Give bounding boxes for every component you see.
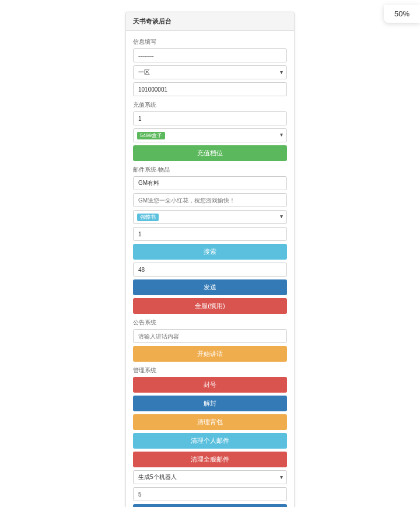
section-label-recharge: 充值系统 [133, 101, 287, 109]
exec-button[interactable]: 执行操作 [133, 504, 287, 507]
panel-title: 天书奇谈后台 [126, 12, 294, 31]
clear-bag-button[interactable]: 清理背包 [133, 414, 287, 430]
clear-all-mail-button[interactable]: 清理全服邮件 [133, 452, 287, 467]
section-label-mgmt: 管理系统 [133, 366, 287, 375]
robot-select[interactable]: 生成5个机器人 [133, 470, 287, 484]
recharge-button[interactable]: 充值档位 [133, 145, 287, 161]
section-label-info: 信息填写 [133, 38, 287, 46]
mail-qty-input[interactable] [133, 227, 287, 241]
notice-content-input[interactable] [133, 329, 287, 343]
panel-body: 信息填写 一区 充值系统 5499盒子 充值档位 邮件系统-物品 强弊书 [126, 31, 294, 507]
all-server-button[interactable]: 全服(慎用) [133, 298, 287, 314]
zone-select-value: 一区 [138, 68, 150, 76]
zoom-level-badge: 50% [384, 5, 420, 23]
mail-48-input[interactable] [133, 263, 287, 277]
robot-select-value: 生成5个机器人 [138, 473, 177, 481]
send-button[interactable]: 发送 [133, 279, 287, 295]
start-talk-button[interactable]: 开始讲话 [133, 346, 287, 362]
admin-panel: 天书奇谈后台 信息填写 一区 充值系统 5499盒子 充值档位 邮件系统-物品 [125, 12, 295, 507]
mail-item-badge: 强弊书 [137, 214, 159, 221]
info-mask-input[interactable] [133, 48, 287, 62]
unban-button[interactable]: 解封 [133, 396, 287, 411]
mail-title-input[interactable] [133, 176, 287, 190]
clear-personal-mail-button[interactable]: 清理个人邮件 [133, 433, 287, 449]
ban-button[interactable]: 封号 [133, 377, 287, 393]
recharge-channel-badge: 5499盒子 [137, 132, 165, 139]
search-button[interactable]: 搜索 [133, 244, 287, 260]
zone-select[interactable]: 一区 [133, 65, 287, 79]
section-label-notice: 公告系统 [133, 319, 287, 327]
mail-content-input[interactable] [133, 193, 287, 207]
robot-qty-input[interactable] [133, 487, 287, 501]
info-id-input[interactable] [133, 82, 287, 96]
section-label-mail: 邮件系统-物品 [133, 166, 287, 174]
recharge-amount-input[interactable] [133, 111, 287, 125]
mail-item-select[interactable]: 强弊书 [133, 210, 287, 224]
recharge-channel-select[interactable]: 5499盒子 [133, 128, 287, 142]
